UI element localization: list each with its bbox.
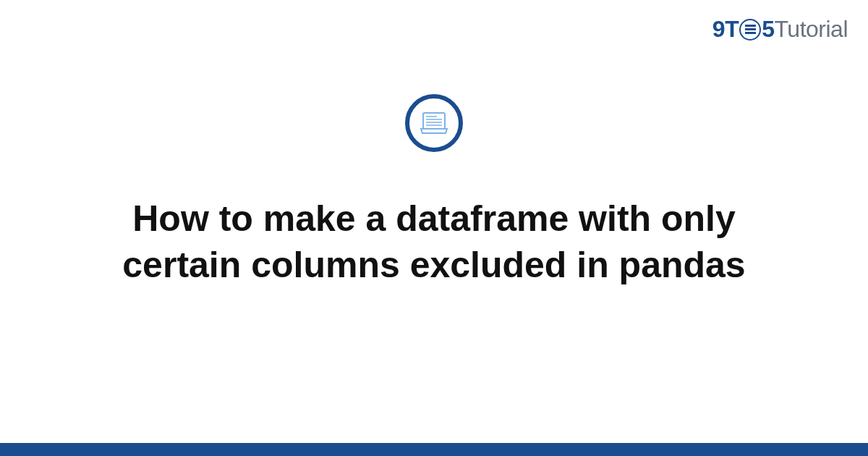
footer-bar	[0, 443, 868, 456]
laptop-icon-circle	[405, 94, 463, 152]
logo-hamburger-icon	[745, 28, 756, 30]
logo-text-tutorial: Tutorial	[774, 16, 848, 43]
laptop-icon	[418, 107, 450, 139]
main-content: How to make a dataframe with only certai…	[0, 94, 868, 288]
svg-rect-0	[423, 113, 445, 129]
site-logo: 9 T 5 Tutorial	[712, 16, 848, 43]
logo-text-five: 5	[762, 16, 774, 43]
page-title: How to make a dataframe with only certai…	[72, 195, 796, 288]
logo-text-nine: 9	[712, 16, 725, 43]
logo-text-t: T	[725, 16, 739, 43]
logo-circle-icon	[739, 19, 761, 41]
